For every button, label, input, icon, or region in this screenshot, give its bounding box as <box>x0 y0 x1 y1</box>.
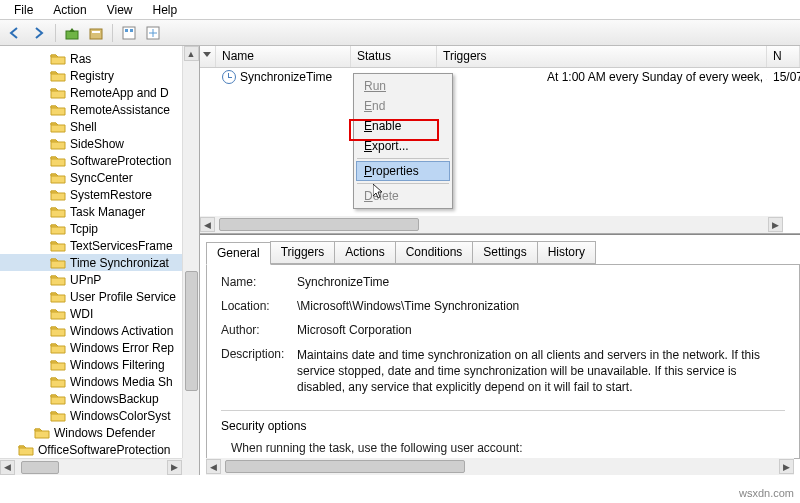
tree-item[interactable]: RemoteAssistance <box>0 101 182 118</box>
tree-item[interactable]: RemoteApp and D <box>0 84 182 101</box>
tree-horizontal-scrollbar[interactable]: ◀ ▶ <box>0 458 182 475</box>
tree-item-label: Task Manager <box>70 205 145 219</box>
tree-item[interactable]: WindowsBackup <box>0 390 182 407</box>
refresh-button[interactable] <box>85 22 107 44</box>
tree-item[interactable]: Time Synchronizat <box>0 254 182 271</box>
security-account-line: When running the task, use the following… <box>231 441 785 455</box>
tab-conditions[interactable]: Conditions <box>395 241 474 264</box>
name-value: SynchronizeTime <box>297 275 785 289</box>
tab-actions[interactable]: Actions <box>334 241 395 264</box>
tree-item[interactable]: SyncCenter <box>0 169 182 186</box>
tree-item-label: Registry <box>70 69 114 83</box>
tree-item-label: Windows Defender <box>54 426 155 440</box>
tab-general[interactable]: General <box>206 242 271 265</box>
task-list-header: Name Status Triggers N <box>200 46 800 68</box>
properties-button[interactable] <box>118 22 140 44</box>
tree-item[interactable]: Ras <box>0 50 182 67</box>
name-label: Name: <box>221 275 297 289</box>
general-tab-content: Name: SynchronizeTime Location: \Microso… <box>206 264 800 459</box>
description-label: Description: <box>221 347 297 396</box>
tree-vertical-scrollbar[interactable]: ▲ ▼ <box>182 46 199 475</box>
description-value: Maintains date and time synchronization … <box>297 347 785 396</box>
task-row[interactable]: SynchronizeTime At 1:00 AM every Sunday … <box>200 68 800 86</box>
context-end[interactable]: End <box>356 96 450 116</box>
tree-item-label: WindowsColorSyst <box>70 409 171 423</box>
tree-item[interactable]: TextServicesFrame <box>0 237 182 254</box>
tree-item[interactable]: SoftwareProtection <box>0 152 182 169</box>
clock-icon <box>222 70 236 84</box>
tree-item-label: RemoteApp and D <box>70 86 169 100</box>
col-status[interactable]: Status <box>351 46 437 67</box>
svg-rect-2 <box>92 31 100 33</box>
forward-button[interactable] <box>28 22 50 44</box>
sort-indicator[interactable] <box>200 46 216 67</box>
tree-item[interactable]: Registry <box>0 67 182 84</box>
author-label: Author: <box>221 323 297 337</box>
tree-item-label: Shell <box>70 120 97 134</box>
tree-item[interactable]: Task Manager <box>0 203 182 220</box>
tree-item[interactable]: SideShow <box>0 135 182 152</box>
tree-item[interactable]: User Profile Service <box>0 288 182 305</box>
menu-bar: File Action View Help <box>0 0 800 20</box>
col-triggers[interactable]: Triggers <box>437 46 767 67</box>
tree-item-label: OfficeSoftwareProtection <box>38 443 171 457</box>
svg-rect-0 <box>66 31 78 39</box>
details-pane: General Triggers Actions Conditions Sett… <box>200 234 800 475</box>
tab-settings[interactable]: Settings <box>472 241 537 264</box>
menu-action[interactable]: Action <box>43 1 96 19</box>
col-next[interactable]: N <box>767 46 800 67</box>
task-triggers: At 1:00 AM every Sunday of every week, s… <box>437 69 767 85</box>
context-properties[interactable]: Properties <box>356 161 450 181</box>
back-button[interactable] <box>4 22 26 44</box>
svg-rect-1 <box>90 29 102 39</box>
tree-item[interactable]: Windows Error Rep <box>0 339 182 356</box>
context-menu: Run End Enable Export... Properties Dele… <box>353 73 453 209</box>
svg-rect-4 <box>125 29 128 32</box>
tree-item[interactable]: Windows Media Sh <box>0 373 182 390</box>
tree-item-label: UPnP <box>70 273 101 287</box>
tree-item[interactable]: Tcpip <box>0 220 182 237</box>
menu-file[interactable]: File <box>4 1 43 19</box>
menu-view[interactable]: View <box>97 1 143 19</box>
tree-item[interactable]: Shell <box>0 118 182 135</box>
tree-item-label: SoftwareProtection <box>70 154 171 168</box>
tree-item[interactable]: Windows Defender <box>0 424 182 441</box>
context-enable[interactable]: Enable <box>356 116 450 136</box>
location-value: \Microsoft\Windows\Time Synchronization <box>297 299 785 313</box>
tree-item-label: Windows Filtering <box>70 358 165 372</box>
author-value: Microsoft Corporation <box>297 323 785 337</box>
svg-rect-5 <box>130 29 133 32</box>
svg-rect-3 <box>123 27 135 39</box>
tree-item-label: Time Synchronizat <box>70 256 169 270</box>
tree-item[interactable]: WDI <box>0 305 182 322</box>
watermark: wsxdn.com <box>739 487 794 499</box>
toolbar <box>0 20 800 46</box>
tab-history[interactable]: History <box>537 241 596 264</box>
details-horizontal-scrollbar[interactable]: ◀ ▶ <box>206 458 794 475</box>
tree-item[interactable]: UPnP <box>0 271 182 288</box>
tree-item[interactable]: Windows Filtering <box>0 356 182 373</box>
context-run[interactable]: Run <box>356 76 450 96</box>
tree-item-label: WindowsBackup <box>70 392 159 406</box>
tree-item-label: Windows Error Rep <box>70 341 174 355</box>
task-next-run: 15/07/ <box>767 69 800 85</box>
context-export[interactable]: Export... <box>356 136 450 156</box>
tree-item-label: WDI <box>70 307 93 321</box>
col-name[interactable]: Name <box>216 46 351 67</box>
export-button[interactable] <box>142 22 164 44</box>
context-delete[interactable]: Delete <box>356 186 450 206</box>
task-list-panel: Name Status Triggers N SynchronizeTime A… <box>200 46 800 234</box>
up-folder-button[interactable] <box>61 22 83 44</box>
tree-item[interactable]: OfficeSoftwareProtection <box>0 441 182 458</box>
tree-item-label: SideShow <box>70 137 124 151</box>
security-options-header: Security options <box>221 419 785 433</box>
menu-help[interactable]: Help <box>143 1 188 19</box>
tree-item[interactable]: WindowsColorSyst <box>0 407 182 424</box>
tree-item[interactable]: SystemRestore <box>0 186 182 203</box>
tree-item[interactable]: Windows Activation <box>0 322 182 339</box>
tree-item-label: Windows Activation <box>70 324 173 338</box>
tree-item-label: Tcpip <box>70 222 98 236</box>
tab-triggers[interactable]: Triggers <box>270 241 336 264</box>
tasklist-horizontal-scrollbar[interactable]: ◀ ▶ <box>200 216 783 233</box>
task-name: SynchronizeTime <box>240 70 332 84</box>
